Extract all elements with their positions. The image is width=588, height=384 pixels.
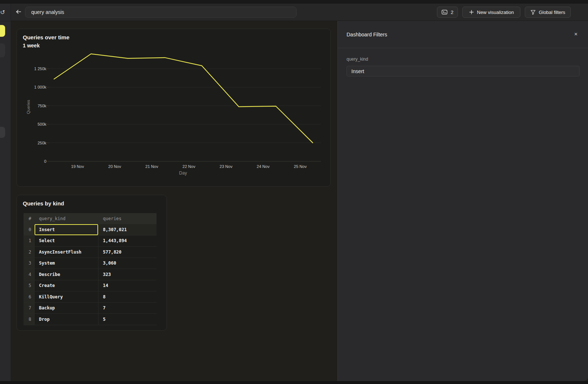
queries-line-series bbox=[54, 54, 313, 143]
table-title: Queries by kind bbox=[23, 200, 64, 207]
table-row: 0Insert8,307,021 bbox=[24, 224, 157, 236]
table-row: 5Create14 bbox=[24, 280, 157, 292]
queries-value-cell[interactable]: 5 bbox=[98, 314, 157, 325]
queries-value-cell[interactable]: 323 bbox=[98, 269, 157, 280]
history-icon[interactable]: ↺ bbox=[0, 8, 7, 17]
y-tick-label: 500k bbox=[37, 122, 46, 126]
chart-title: Queries over time bbox=[23, 34, 69, 40]
back-button[interactable] bbox=[13, 7, 24, 18]
x-tick-label: 21 Nov bbox=[146, 164, 158, 169]
x-tick-label: 23 Nov bbox=[220, 164, 233, 169]
row-index-cell: 7 bbox=[24, 303, 35, 314]
window-bottom-strip bbox=[0, 381, 588, 384]
left-sidebar: ↺ bbox=[0, 4, 11, 381]
queries-value-cell[interactable]: 14 bbox=[98, 280, 157, 291]
row-index-cell: 3 bbox=[24, 258, 35, 269]
console-count-button[interactable]: 2 bbox=[437, 7, 458, 18]
query-kind-filter-input[interactable] bbox=[347, 66, 580, 76]
queries-value-cell[interactable]: 7 bbox=[98, 303, 157, 314]
queries-value-cell[interactable]: 1,443,894 bbox=[98, 236, 157, 247]
row-index-cell: 2 bbox=[24, 247, 35, 258]
dashboard-app: ↺ 2 New visualization bbox=[0, 0, 588, 384]
plus-icon bbox=[469, 10, 474, 15]
table-row: 3System3,060 bbox=[24, 258, 157, 269]
table-header-row: #query_kindqueries bbox=[24, 213, 157, 224]
visualization-thumbnail[interactable] bbox=[0, 43, 5, 57]
new-visualization-button[interactable]: New visualization bbox=[462, 7, 520, 18]
visualization-thumbnail-active[interactable] bbox=[0, 25, 5, 37]
queries-by-kind-table: #query_kindqueries0Insert8,307,0211Selec… bbox=[24, 213, 157, 325]
row-index-cell: 5 bbox=[24, 280, 35, 291]
y-tick-label: 1 250k bbox=[34, 67, 47, 71]
y-axis-title: Queries bbox=[26, 100, 31, 114]
query-kind-cell[interactable]: Describe bbox=[35, 269, 98, 280]
x-tick-label: 25 Nov bbox=[294, 164, 307, 169]
queries-by-kind-card: Queries by kind #query_kindqueries0Inser… bbox=[17, 195, 167, 331]
x-tick-label: 24 Nov bbox=[257, 164, 270, 169]
x-axis-title: Day bbox=[179, 171, 187, 176]
filters-panel-title: Dashboard Filters bbox=[347, 32, 387, 37]
row-index-cell: 0 bbox=[24, 224, 35, 235]
x-tick-label: 20 Nov bbox=[108, 164, 121, 169]
query-kind-cell[interactable]: Backup bbox=[35, 303, 98, 314]
console-count: 2 bbox=[451, 10, 453, 15]
table-row: 8Drop5 bbox=[24, 314, 157, 325]
dashboard-title-input[interactable] bbox=[25, 7, 297, 18]
global-filters-button[interactable]: Global filters bbox=[525, 7, 571, 18]
queries-value-cell[interactable]: 8 bbox=[98, 291, 157, 302]
query-kind-cell[interactable]: KillQuery bbox=[35, 291, 98, 302]
global-filters-label: Global filters bbox=[539, 10, 565, 15]
queries-over-time-card: Queries over time 1 week 0250k500k750k1 … bbox=[17, 29, 331, 187]
topbar: 2 New visualization Global filters bbox=[11, 4, 588, 21]
row-index-cell: 4 bbox=[24, 269, 35, 280]
query-kind-cell[interactable]: System bbox=[35, 258, 98, 269]
terminal-icon bbox=[441, 9, 448, 15]
row-index-cell: 6 bbox=[24, 291, 35, 302]
filters-panel-divider bbox=[338, 48, 588, 48]
table-row: 6KillQuery8 bbox=[24, 291, 157, 303]
table-row: 4Describe323 bbox=[24, 269, 157, 280]
row-index-cell: 1 bbox=[24, 236, 35, 247]
query-kind-cell[interactable]: Insert bbox=[35, 224, 98, 235]
y-tick-label: 750k bbox=[37, 104, 46, 108]
close-icon[interactable]: ✕ bbox=[573, 31, 579, 37]
table-row: 7Backup7 bbox=[24, 303, 157, 314]
funnel-icon bbox=[530, 10, 536, 15]
y-tick-label: 0 bbox=[44, 159, 46, 164]
queries-value-cell[interactable]: 3,060 bbox=[98, 258, 157, 269]
query-kind-cell[interactable]: AsyncInsertFlush bbox=[35, 247, 98, 258]
queries-value-cell[interactable]: 8,307,021 bbox=[98, 224, 157, 235]
query-kind-cell[interactable]: Drop bbox=[35, 314, 98, 325]
visualization-thumbnail[interactable] bbox=[0, 127, 5, 138]
filter-field-label: query_kind bbox=[347, 57, 368, 62]
dashboard-filters-panel: Dashboard Filters ✕ query_kind bbox=[337, 21, 588, 381]
table-row: 1Select1,443,894 bbox=[24, 236, 157, 247]
query-kind-cell[interactable]: Create bbox=[35, 280, 98, 291]
sidebar-divider bbox=[0, 21, 11, 21]
table-row: 2AsyncInsertFlush577,820 bbox=[24, 247, 157, 258]
query-kind-cell[interactable]: Select bbox=[35, 236, 98, 247]
arrow-left-icon bbox=[15, 9, 22, 16]
main-content: Queries over time 1 week 0250k500k750k1 … bbox=[11, 21, 337, 381]
window-top-strip bbox=[0, 0, 588, 4]
y-tick-label: 1 000k bbox=[34, 85, 47, 89]
x-tick-label: 22 Nov bbox=[183, 164, 196, 169]
queries-over-time-chart[interactable]: 0250k500k750k1 000k1 250k19 Nov20 Nov21 … bbox=[17, 49, 330, 186]
chart-subtitle: 1 week bbox=[23, 43, 40, 49]
column-header-query-kind: query_kind bbox=[35, 213, 98, 224]
column-header-index: # bbox=[24, 213, 35, 224]
new-visualization-label: New visualization bbox=[477, 10, 514, 15]
column-header-queries: queries bbox=[98, 213, 157, 224]
queries-value-cell[interactable]: 577,820 bbox=[98, 247, 157, 258]
x-tick-label: 19 Nov bbox=[71, 164, 84, 169]
row-index-cell: 8 bbox=[24, 314, 35, 325]
y-tick-label: 250k bbox=[37, 141, 46, 145]
